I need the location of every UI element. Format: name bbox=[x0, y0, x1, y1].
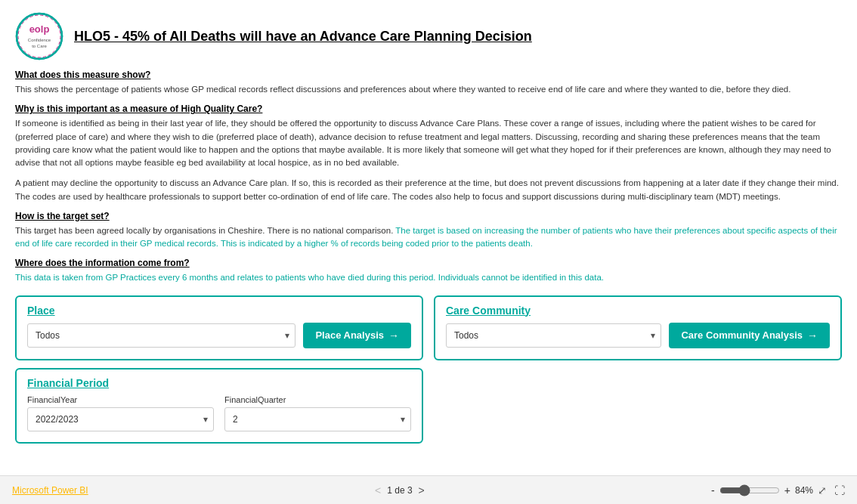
financial-year-col: FinancialYear 2022/2023 ▾ bbox=[27, 395, 214, 431]
care-community-dropdown[interactable]: Todos bbox=[446, 323, 661, 348]
financial-period-title: Financial Period bbox=[27, 377, 411, 389]
bottom-bar: Microsoft Power BI < 1 de 3 > - + 84% ⤢ … bbox=[0, 475, 857, 504]
care-community-panel: Care Community Todos ▾ Care Community An… bbox=[434, 295, 842, 360]
place-analysis-button-label: Place Analysis bbox=[315, 329, 384, 341]
pagination: < 1 de 3 > bbox=[375, 484, 425, 496]
section-why-important: Why is this important as a measure of Hi… bbox=[15, 104, 842, 203]
financial-row: FinancialYear 2022/2023 ▾ FinancialQuart… bbox=[27, 395, 411, 431]
zoom-slider[interactable] bbox=[719, 484, 780, 496]
zoom-plus-button[interactable]: + bbox=[784, 484, 790, 496]
pagination-next-button[interactable]: > bbox=[419, 484, 425, 496]
section-heading-3: How is the target set? bbox=[15, 211, 842, 221]
place-panel-title: Place bbox=[27, 305, 411, 317]
place-analysis-arrow-icon: → bbox=[388, 329, 399, 342]
care-community-panel-controls: Todos ▾ Care Community Analysis → bbox=[446, 323, 830, 348]
financial-year-dropdown[interactable]: 2022/2023 bbox=[27, 407, 214, 431]
svg-text:eolp: eolp bbox=[29, 23, 50, 35]
section-text-3: This target has been agreed locally by o… bbox=[15, 224, 842, 251]
care-community-analysis-button[interactable]: Care Community Analysis → bbox=[669, 323, 830, 348]
bottom-right-icons: ⤢ ⛶ bbox=[818, 484, 845, 496]
zoom-percent-label: 84% bbox=[795, 485, 813, 496]
place-dropdown-wrap: Todos ▾ bbox=[27, 323, 295, 348]
pagination-text: 1 de 3 bbox=[387, 485, 412, 496]
panels-row: Place Todos ▾ Place Analysis → Care Comm… bbox=[15, 295, 842, 360]
care-community-dropdown-wrap: Todos ▾ bbox=[446, 323, 661, 348]
section-text-1: This shows the percentage of patients wh… bbox=[15, 83, 842, 96]
pagination-prev-button[interactable]: < bbox=[375, 484, 381, 496]
financial-quarter-dropdown[interactable]: 2 bbox=[224, 407, 411, 431]
financial-quarter-label: FinancialQuarter bbox=[224, 395, 411, 404]
fullscreen-icon[interactable]: ⛶ bbox=[834, 484, 845, 496]
place-analysis-button[interactable]: Place Analysis → bbox=[303, 323, 411, 348]
care-community-analysis-arrow-icon: → bbox=[807, 329, 818, 342]
logo: eolp Confidence to Care bbox=[15, 12, 63, 60]
section-text-2a: If someone is identified as being in the… bbox=[15, 117, 842, 169]
financial-year-label: FinancialYear bbox=[27, 395, 214, 404]
svg-text:Confidence: Confidence bbox=[28, 38, 51, 42]
svg-text:to Care: to Care bbox=[32, 44, 47, 48]
care-community-analysis-button-label: Care Community Analysis bbox=[681, 329, 803, 341]
section-what-measure: What does this measure show? This shows … bbox=[15, 70, 842, 96]
financial-year-dropdown-wrap: 2022/2023 ▾ bbox=[27, 407, 214, 431]
page-title: HLO5 - 45% of All Deaths will have an Ad… bbox=[74, 29, 532, 45]
section-heading-4: Where does the information come from? bbox=[15, 258, 842, 268]
powerbi-link[interactable]: Microsoft Power BI bbox=[12, 485, 88, 496]
zoom-minus-button[interactable]: - bbox=[711, 484, 715, 496]
section-text-2b: A patient may decline the opportunity to… bbox=[15, 177, 842, 203]
section-text-4-highlight: This data is taken from GP Practices eve… bbox=[15, 273, 604, 282]
financial-period-panel: Financial Period FinancialYear 2022/2023… bbox=[15, 368, 423, 444]
zoom-bar: - + 84% ⤢ ⛶ bbox=[711, 484, 845, 496]
care-community-panel-title: Care Community bbox=[446, 305, 830, 317]
place-panel: Place Todos ▾ Place Analysis → bbox=[15, 295, 423, 360]
section-text-3-plain: This target has been agreed locally by o… bbox=[15, 226, 395, 235]
place-panel-controls: Todos ▾ Place Analysis → bbox=[27, 323, 411, 348]
section-text-4: This data is taken from GP Practices eve… bbox=[15, 271, 842, 284]
section-heading-2: Why is this important as a measure of Hi… bbox=[15, 104, 842, 114]
financial-quarter-col: FinancialQuarter 2 ▾ bbox=[224, 395, 411, 431]
main-content: eolp Confidence to Care HLO5 - 45% of Al… bbox=[0, 0, 857, 475]
place-dropdown[interactable]: Todos bbox=[27, 323, 295, 348]
header-row: eolp Confidence to Care HLO5 - 45% of Al… bbox=[15, 12, 842, 60]
share-icon[interactable]: ⤢ bbox=[818, 484, 827, 496]
section-info-from: Where does the information come from? Th… bbox=[15, 258, 842, 284]
financial-quarter-dropdown-wrap: 2 ▾ bbox=[224, 407, 411, 431]
section-target-set: How is the target set? This target has b… bbox=[15, 211, 842, 251]
section-heading-1: What does this measure show? bbox=[15, 70, 842, 80]
